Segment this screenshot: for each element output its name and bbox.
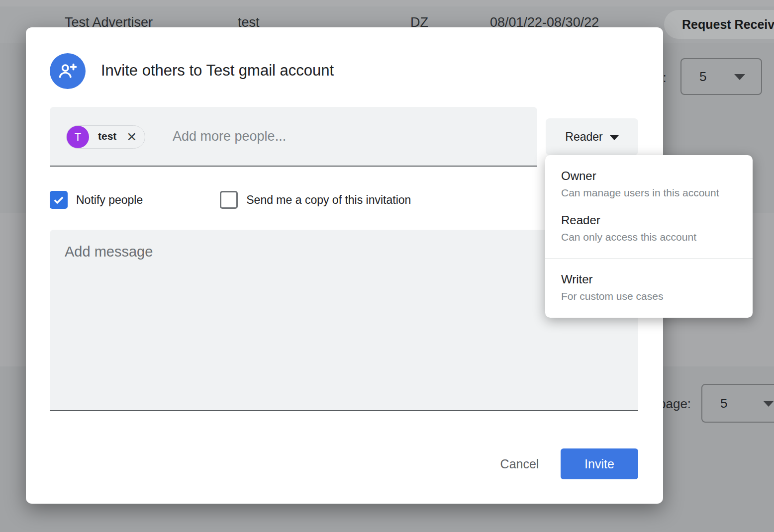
role-dropdown-button[interactable]: Reader [546, 118, 638, 155]
rows-per-page-select[interactable]: 5 [680, 58, 762, 95]
rows-per-page-value: 5 [699, 69, 706, 85]
notification-options: Notify people Send me a copy of this inv… [50, 191, 411, 209]
close-icon[interactable]: ✕ [126, 131, 137, 143]
notify-people-label: Notify people [76, 193, 143, 207]
recipients-field[interactable]: T test ✕ [50, 107, 537, 167]
chevron-down-icon [734, 74, 745, 80]
send-copy-checkbox[interactable] [220, 191, 238, 209]
avatar: T [67, 126, 89, 148]
recipient-chip-label: test [98, 130, 116, 142]
role-option-owner[interactable]: Owner Can manage users in this account [545, 169, 753, 199]
role-option-reader[interactable]: Reader Can only access this account [545, 213, 753, 243]
role-option-description: For custom use cases [561, 290, 753, 302]
rows-per-page-value: 5 [720, 396, 727, 411]
person-add-icon [50, 53, 86, 89]
role-option-label: Reader [561, 213, 753, 227]
role-menu: Owner Can manage users in this account R… [545, 155, 753, 318]
status-badge[interactable]: Request Received [664, 10, 774, 39]
recipient-chip[interactable]: T test ✕ [66, 125, 145, 149]
role-option-description: Can only access this account [561, 231, 753, 243]
chevron-down-icon [763, 401, 774, 407]
cancel-button[interactable]: Cancel [488, 448, 551, 479]
message-input[interactable] [65, 244, 622, 398]
add-people-input[interactable] [173, 107, 521, 166]
rows-per-page-select[interactable]: 5 [701, 384, 774, 423]
role-option-label: Owner [561, 169, 753, 183]
notify-people-checkbox[interactable] [50, 191, 68, 209]
role-option-writer[interactable]: Writer For custom use cases [545, 272, 753, 302]
chevron-down-icon [610, 135, 619, 140]
invite-button[interactable]: Invite [561, 448, 638, 479]
rows-per-page-label: page: [659, 396, 691, 412]
role-option-label: Writer [561, 272, 753, 286]
role-dropdown-label: Reader [565, 130, 602, 144]
screen: Test Advertiser test DZ 08/01/22-08/30/2… [0, 0, 774, 532]
backdrop-band [0, 0, 774, 6]
send-copy-label: Send me a copy of this invitation [246, 193, 411, 207]
role-option-description: Can manage users in this account [561, 187, 753, 199]
dialog-title: Invite others to Test gmail account [101, 62, 334, 80]
menu-divider [545, 258, 753, 259]
